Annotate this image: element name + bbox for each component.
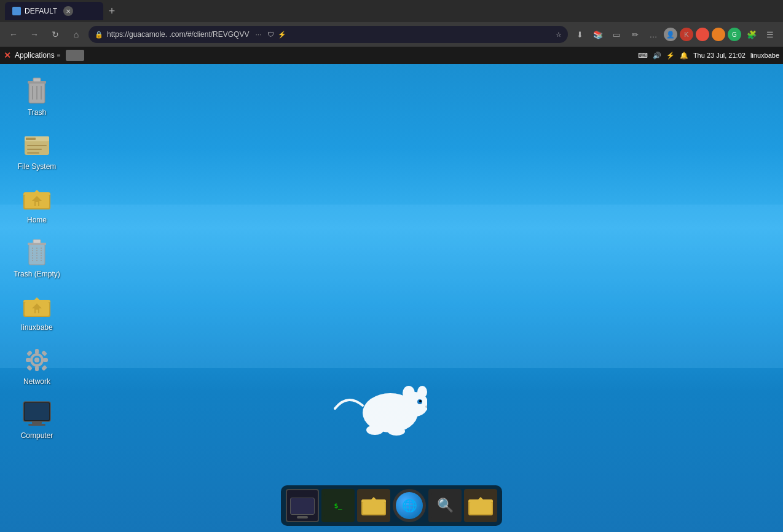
nav-icons-right: ⬇ 📚 ▭ ✏ … 👤 K G 🧩 ☰	[572, 26, 778, 42]
svg-rect-19	[33, 240, 41, 243]
reload-button[interactable]: ↻	[47, 26, 64, 43]
svg-rect-8	[26, 138, 36, 140]
taskbar-right: ⌨ 🔊 ⚡ 🔔 Thu 23 Jul, 21:02 linuxbabe	[638, 52, 779, 60]
desktop-background	[0, 64, 783, 532]
datetime-display: Thu 23 Jul, 21:02	[693, 52, 746, 59]
desktop-icons-container: Trash File System	[0, 64, 74, 453]
username-display: linuxbabe	[750, 52, 779, 59]
extensions-icon[interactable]: 🧩	[744, 26, 760, 42]
url-text: https://guacamole. .com/#/client/REVGQVV	[107, 30, 249, 39]
dock-item-search[interactable]: 🔍	[428, 489, 462, 522]
dock-item-files[interactable]	[357, 489, 390, 522]
svg-rect-39	[25, 403, 49, 420]
keyboard-icon: ⌨	[638, 52, 648, 60]
desktop-icon-network[interactable]: Network	[0, 339, 74, 393]
svg-rect-32	[26, 358, 31, 362]
trash-empty-label: Trash (Empty)	[14, 270, 60, 280]
notification-icon[interactable]: 🔔	[680, 52, 688, 60]
desktop-icon-trash[interactable]: Trash	[0, 70, 74, 124]
svg-point-44	[403, 386, 415, 401]
svg-rect-27	[36, 310, 38, 313]
applications-label: Applications	[15, 51, 55, 60]
svg-point-47	[419, 400, 422, 402]
network-label: Network	[23, 377, 50, 387]
tab-close-button[interactable]: ✕	[63, 6, 73, 16]
svg-rect-33	[43, 358, 48, 362]
menu-icon[interactable]: ☰	[762, 26, 778, 42]
desktop-icon-computer[interactable]: Computer	[0, 393, 74, 447]
trash-empty-icon	[22, 238, 52, 267]
desktop-icon-filesystem[interactable]: File System	[0, 124, 74, 178]
svg-rect-31	[35, 366, 39, 371]
volume-icon[interactable]: 🔊	[653, 52, 661, 60]
taskbar-workspace-box[interactable]	[66, 50, 84, 61]
svg-rect-11	[27, 152, 39, 154]
download-icon[interactable]: ⬇	[572, 26, 588, 42]
addon-icon1[interactable]: 👤	[664, 28, 677, 41]
svg-rect-40	[32, 421, 42, 424]
tab-label: DEFAULT	[25, 7, 57, 15]
addon-icon4[interactable]	[712, 28, 725, 41]
desktop-icon-linuxbabe[interactable]: linuxbabe	[0, 285, 74, 339]
xfce-icon: ✕	[4, 50, 11, 60]
svg-rect-2	[33, 78, 41, 82]
dock-item-folder[interactable]	[464, 489, 497, 522]
mouse-mascot	[329, 375, 427, 439]
home-folder-icon	[22, 184, 52, 213]
home-button[interactable]: ⌂	[68, 26, 85, 43]
svg-rect-10	[27, 149, 42, 150]
dock-item-browser[interactable]: 🌐	[393, 489, 426, 522]
svg-point-29	[34, 358, 39, 362]
svg-rect-55	[363, 502, 385, 514]
computer-monitor-icon	[22, 399, 52, 429]
linuxbabe-folder-icon	[22, 291, 52, 321]
filesystem-icon	[22, 130, 52, 160]
svg-rect-30	[35, 349, 39, 354]
taskbar-dock: $_ 🌐 🔍	[281, 485, 502, 526]
addon-icon3[interactable]	[696, 28, 709, 41]
terminal-icon: $_	[324, 493, 352, 518]
more-icon[interactable]: …	[645, 26, 661, 42]
desktop-icon-trash-empty[interactable]: Trash (Empty)	[0, 232, 74, 286]
addon-icon2[interactable]: K	[680, 28, 693, 41]
svg-point-53	[388, 427, 405, 436]
computer-label: Computer	[21, 431, 53, 441]
svg-rect-37	[41, 365, 47, 371]
forward-button[interactable]: →	[26, 26, 43, 43]
tab-bar: DEFAULT ✕ +	[5, 0, 778, 22]
dock-item-screen[interactable]	[286, 489, 319, 522]
bookmarks-icon[interactable]: 📚	[590, 26, 606, 42]
svg-point-52	[366, 425, 384, 435]
filesystem-label: File System	[18, 162, 57, 172]
power-icon[interactable]: ⚡	[666, 52, 675, 60]
home-label: Home	[27, 216, 47, 225]
svg-rect-9	[27, 145, 47, 146]
applications-menu[interactable]: ✕ Applications ≡	[4, 50, 61, 60]
svg-rect-16	[36, 202, 38, 206]
svg-rect-57	[470, 502, 492, 514]
sync-icon[interactable]: ✏	[627, 26, 643, 42]
trash-label: Trash	[28, 108, 46, 118]
browser-titlebar: DEFAULT ✕ +	[0, 0, 783, 22]
browser-navbar: ← → ↻ ⌂ 🔒 https://guacamole. .com/#/clie…	[0, 22, 783, 47]
url-bar[interactable]: 🔒 https://guacamole. .com/#/client/REVGQ…	[89, 26, 568, 43]
svg-rect-36	[26, 365, 33, 371]
sidebar-icon[interactable]: ▭	[608, 26, 624, 42]
desktop-taskbar: ✕ Applications ≡ ⌨ 🔊 ⚡ 🔔 Thu 23 Jul, 21:…	[0, 47, 783, 64]
addon-icon5[interactable]: G	[728, 28, 741, 41]
new-tab-button[interactable]: +	[103, 2, 120, 20]
desktop: Trash File System	[0, 64, 783, 532]
browser-tab-active[interactable]: DEFAULT ✕	[5, 2, 103, 20]
svg-point-45	[417, 386, 427, 398]
dock-item-terminal[interactable]: $_	[321, 489, 355, 522]
svg-rect-34	[26, 350, 33, 356]
applications-menu-arrow: ≡	[57, 52, 61, 59]
svg-rect-41	[28, 424, 45, 426]
magnifier-icon: 🔍	[431, 492, 458, 519]
globe-icon: 🌐	[396, 492, 423, 519]
network-gear-icon	[22, 345, 52, 375]
linuxbabe-label: linuxbabe	[21, 323, 52, 333]
trash-icon	[22, 76, 52, 106]
desktop-icon-home[interactable]: Home	[0, 178, 74, 232]
back-button[interactable]: ←	[5, 26, 22, 43]
